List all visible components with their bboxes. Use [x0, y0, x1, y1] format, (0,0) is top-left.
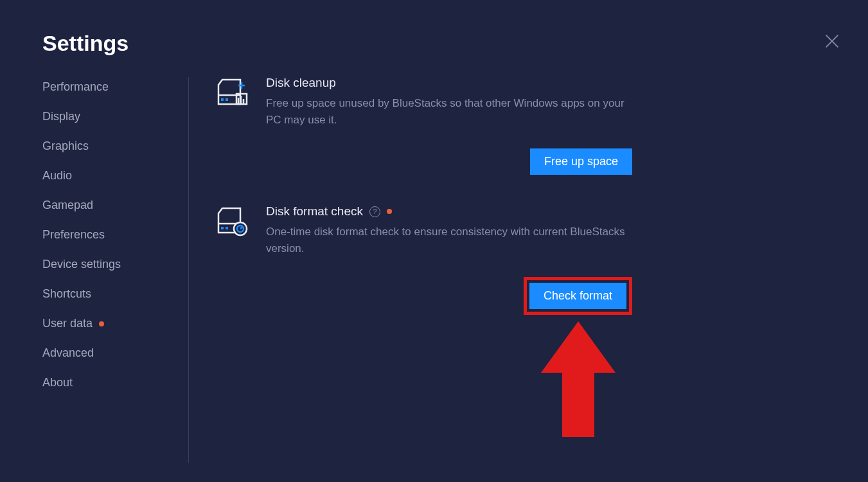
sidebar-item-audio[interactable]: Audio: [42, 169, 184, 183]
sidebar-item-label: Shortcuts: [42, 287, 91, 301]
sidebar-item-label: Advanced: [42, 346, 94, 360]
section-disk-cleanup: Disk cleanup Free up space unused by Blu…: [213, 76, 637, 128]
sidebar-item-label: Gamepad: [42, 199, 93, 212]
sidebar-item-label: Device settings: [42, 258, 121, 271]
vertical-divider: [188, 77, 189, 463]
sidebar-item-about[interactable]: About: [42, 376, 184, 389]
section-description: Free up space unused by BlueStacks so th…: [266, 95, 637, 128]
notification-dot-icon: [387, 209, 392, 214]
disk-format-check-icon: [213, 204, 248, 239]
notification-dot-icon: [99, 321, 104, 326]
sidebar-item-device-settings[interactable]: Device settings: [42, 258, 184, 271]
sidebar-item-performance[interactable]: Performance: [42, 80, 184, 94]
annotation-highlight-box: Check format: [524, 277, 632, 315]
sidebar: Performance Display Graphics Audio Gamep…: [42, 80, 184, 389]
close-icon: [823, 32, 841, 50]
sidebar-item-gamepad[interactable]: Gamepad: [42, 199, 184, 212]
sidebar-item-preferences[interactable]: Preferences: [42, 228, 184, 242]
sidebar-item-label: About: [42, 376, 73, 389]
svg-rect-4: [226, 98, 228, 101]
sidebar-item-label: Audio: [42, 169, 72, 183]
section-title-text: Disk cleanup: [266, 76, 336, 90]
help-icon[interactable]: ?: [369, 206, 380, 217]
free-up-space-button[interactable]: Free up space: [530, 148, 632, 175]
sidebar-item-user-data[interactable]: User data: [42, 317, 184, 330]
sidebar-item-graphics[interactable]: Graphics: [42, 139, 184, 153]
sidebar-item-label: Display: [42, 110, 80, 123]
svg-rect-3: [221, 98, 224, 101]
sidebar-item-advanced[interactable]: Advanced: [42, 346, 184, 360]
section-description: One-time disk format check to ensure con…: [266, 224, 637, 256]
svg-rect-12: [221, 227, 224, 229]
sidebar-item-label: Graphics: [42, 139, 89, 153]
page-title: Settings: [42, 31, 128, 56]
close-button[interactable]: [823, 32, 841, 50]
sidebar-item-shortcuts[interactable]: Shortcuts: [42, 287, 184, 301]
sidebar-item-display[interactable]: Display: [42, 110, 184, 123]
sidebar-item-label: Preferences: [42, 228, 105, 242]
svg-rect-13: [226, 227, 228, 229]
sidebar-item-label: Performance: [42, 80, 109, 94]
sidebar-item-label: User data: [42, 317, 93, 330]
check-format-button[interactable]: Check format: [529, 283, 626, 309]
content-area: Disk cleanup Free up space unused by Blu…: [213, 76, 637, 344]
disk-cleanup-icon: [213, 76, 248, 111]
section-title-text: Disk format check: [266, 204, 363, 219]
section-disk-format-check: Disk format check ? One-time disk format…: [213, 204, 637, 256]
